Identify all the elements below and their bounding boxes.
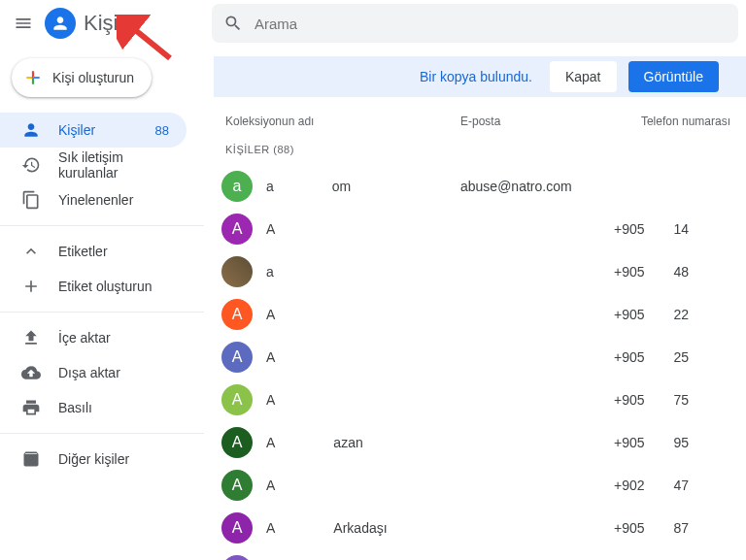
print-icon (21, 398, 41, 417)
contact-name: A (266, 307, 460, 322)
divider (0, 225, 204, 226)
contact-email: abuse@natro.com (460, 179, 614, 194)
contact-avatar (221, 256, 253, 287)
contact-avatar: A (221, 427, 253, 458)
nav-print[interactable]: Basılı (0, 390, 186, 425)
contact-avatar: A (221, 470, 253, 501)
nav-frequent[interactable]: Sık iletişim kurulanlar (0, 148, 186, 182)
export-icon (21, 363, 41, 382)
contact-avatar: A (221, 214, 253, 245)
nav-label: Etiket oluşturun (58, 279, 153, 294)
create-contact-button[interactable]: Kişi oluşturun (12, 58, 152, 97)
nav-label: Diğer kişiler (58, 451, 129, 467)
chevron-up-icon (21, 242, 41, 261)
contact-avatar: A (221, 384, 253, 415)
contact-phone: +90595 (614, 435, 730, 450)
contact-row[interactable]: BB+90587 (214, 549, 746, 560)
nav-other-contacts[interactable]: Diğer kişiler (0, 442, 186, 477)
column-headers: Koleksiyonun adı E-posta Telefon numaras… (214, 115, 746, 128)
app-logo[interactable]: Kişiler (45, 8, 142, 39)
contact-phone: +90522 (614, 307, 730, 322)
divider (0, 433, 204, 434)
nav-labels-header[interactable]: Etiketler (0, 234, 186, 269)
import-icon (21, 328, 41, 347)
banner-view-button[interactable]: Görüntüle (628, 61, 719, 92)
contact-phone: +90514 (614, 221, 730, 237)
col-name-header: Koleksiyonun adı (218, 115, 460, 128)
search-input[interactable] (254, 16, 727, 32)
sidebar: Kişi oluşturun Kişiler 88 Sık iletişim k… (0, 47, 204, 560)
copy-icon (21, 190, 41, 210)
contact-row[interactable]: AA+90522 (214, 293, 746, 336)
contacts-logo-icon (45, 8, 76, 39)
contact-name: Aazan (266, 435, 460, 450)
contact-avatar: A (221, 299, 253, 330)
archive-icon (21, 449, 41, 469)
nav-label: İçe aktar (58, 330, 111, 346)
col-email-header: E-posta (460, 115, 633, 128)
search-bar[interactable] (212, 4, 738, 43)
hamburger-menu-icon[interactable] (12, 12, 35, 35)
plus-icon (23, 68, 43, 87)
contact-phone: +90587 (614, 520, 730, 536)
section-label: KİŞİLER (88) (214, 144, 746, 155)
nav-count: 88 (155, 123, 169, 138)
banner-dismiss-button[interactable]: Kapat (550, 61, 617, 92)
contact-phone: +90525 (614, 349, 730, 365)
nav-contacts[interactable]: Kişiler 88 (0, 113, 186, 148)
contact-row[interactable]: AA+90247 (214, 464, 746, 507)
contact-row[interactable]: AA+90514 (214, 208, 746, 250)
search-icon (223, 14, 243, 33)
contact-avatar: B (221, 555, 253, 560)
nav-label: Basılı (58, 400, 92, 415)
contact-name: A (266, 392, 460, 408)
contact-phone: +90247 (614, 478, 730, 493)
contact-name: A (266, 221, 460, 237)
contact-row[interactable]: AAArkadaşı+90587 (214, 507, 746, 549)
contact-name: AArkadaşı (266, 520, 460, 536)
col-phone-header: Telefon numarası (633, 115, 730, 128)
contact-name: aom (266, 179, 460, 194)
duplicate-banner: Bir kopya bulundu. Kapat Görüntüle (214, 56, 746, 97)
main-content: Bir kopya bulundu. Kapat Görüntüle Kolek… (204, 47, 746, 560)
contact-row[interactable]: aaomabuse@natro.com (214, 165, 746, 208)
contact-avatar: A (221, 342, 253, 373)
nav-label: Kişiler (58, 122, 95, 138)
contact-phone: +90575 (614, 392, 730, 408)
contact-name: A (266, 478, 460, 493)
contacts-list: aaomabuse@natro.comAA+90514a+90548AA+905… (214, 165, 746, 560)
nav-duplicates[interactable]: Yinelenenler (0, 182, 186, 217)
contact-avatar: a (221, 171, 253, 202)
plus-icon (21, 277, 41, 296)
nav-label: Sık iletişim kurulanlar (58, 149, 175, 181)
contact-phone: +90548 (614, 264, 730, 280)
contact-row[interactable]: a+90548 (214, 250, 746, 293)
contact-row[interactable]: AAazan+90595 (214, 421, 746, 464)
app-title: Kişiler (84, 11, 142, 36)
history-icon (21, 155, 41, 175)
nav-label: Dışa aktar (58, 365, 120, 380)
divider (0, 312, 204, 313)
contact-row[interactable]: AA+90575 (214, 379, 746, 421)
nav-export[interactable]: Dışa aktar (0, 355, 186, 390)
nav-label: Yinelenenler (58, 192, 133, 208)
nav-import[interactable]: İçe aktar (0, 320, 186, 355)
create-contact-label: Kişi oluşturun (52, 70, 134, 85)
contact-name: A (266, 349, 460, 365)
contact-name: a (266, 264, 460, 280)
contact-avatar: A (221, 512, 253, 544)
nav-create-label[interactable]: Etiket oluşturun (0, 269, 186, 304)
contact-row[interactable]: AA+90525 (214, 336, 746, 379)
nav-label: Etiketler (58, 244, 108, 259)
person-icon (21, 120, 41, 140)
banner-text: Bir kopya bulundu. (420, 69, 532, 84)
